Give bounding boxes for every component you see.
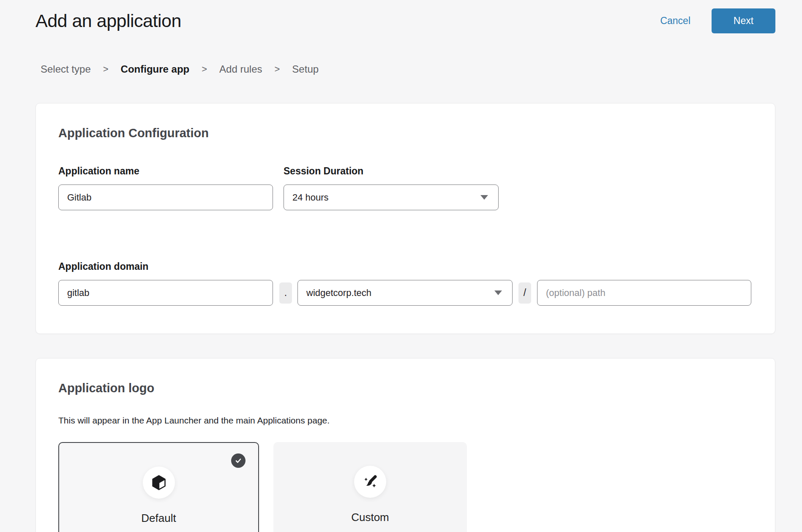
paintbrush-icon xyxy=(362,473,379,490)
breadcrumb-separator: > xyxy=(103,62,109,76)
logo-option-default[interactable]: Default xyxy=(58,442,259,532)
session-duration-label: Session Duration xyxy=(284,165,499,177)
dot-separator: . xyxy=(279,282,292,304)
breadcrumb-step-add-rules[interactable]: Add rules xyxy=(219,62,262,76)
topbar-actions: Cancel Next xyxy=(660,8,775,33)
custom-logo-circle xyxy=(354,466,386,498)
application-logo-description: This will appear in the App Launcher and… xyxy=(58,415,753,426)
breadcrumb-step-configure-app[interactable]: Configure app xyxy=(121,62,190,76)
path-input[interactable] xyxy=(537,280,751,306)
chevron-down-icon xyxy=(480,195,488,200)
chevron-down-icon xyxy=(494,290,502,295)
application-configuration-heading: Application Configuration xyxy=(58,125,753,141)
breadcrumb: Select type > Configure app > Add rules … xyxy=(41,62,802,76)
subdomain-input[interactable] xyxy=(58,280,273,306)
application-logo-card: Application logo This will appear in the… xyxy=(35,358,775,532)
default-logo-circle xyxy=(143,467,175,499)
session-duration-field-group: Session Duration 24 hours xyxy=(284,165,499,210)
domain-select[interactable]: widgetcorp.tech xyxy=(297,280,513,306)
application-configuration-card: Application Configuration Application na… xyxy=(35,103,775,334)
cancel-button[interactable]: Cancel xyxy=(660,15,690,27)
application-domain-row: . widgetcorp.tech / xyxy=(58,272,753,306)
application-name-input[interactable] xyxy=(58,185,273,210)
cube-icon xyxy=(150,474,167,491)
slash-separator: / xyxy=(518,282,531,304)
breadcrumb-step-select-type[interactable]: Select type xyxy=(41,62,91,76)
application-name-label: Application name xyxy=(58,165,273,177)
logo-option-label: Custom xyxy=(351,510,389,524)
selected-check-badge xyxy=(231,453,246,468)
breadcrumb-separator: > xyxy=(202,62,207,76)
session-duration-select[interactable]: 24 hours xyxy=(284,185,499,210)
breadcrumb-separator: > xyxy=(275,62,280,76)
logo-option-custom[interactable]: Custom xyxy=(273,442,467,532)
domain-select-value: widgetcorp.tech xyxy=(306,288,371,299)
check-icon xyxy=(235,457,242,464)
application-logo-heading: Application logo xyxy=(58,380,753,396)
logo-option-tiles: Default Custom xyxy=(58,442,753,532)
breadcrumb-step-setup[interactable]: Setup xyxy=(292,62,319,76)
topbar: Add an application Cancel Next xyxy=(0,0,802,36)
application-domain-label: Application domain xyxy=(58,261,753,272)
next-button[interactable]: Next xyxy=(712,8,775,33)
page-title: Add an application xyxy=(35,11,181,31)
name-session-row: Application name Session Duration 24 hou… xyxy=(58,165,753,210)
logo-option-label: Default xyxy=(141,511,176,525)
session-duration-value: 24 hours xyxy=(292,192,329,203)
application-name-field-group: Application name xyxy=(58,165,273,210)
